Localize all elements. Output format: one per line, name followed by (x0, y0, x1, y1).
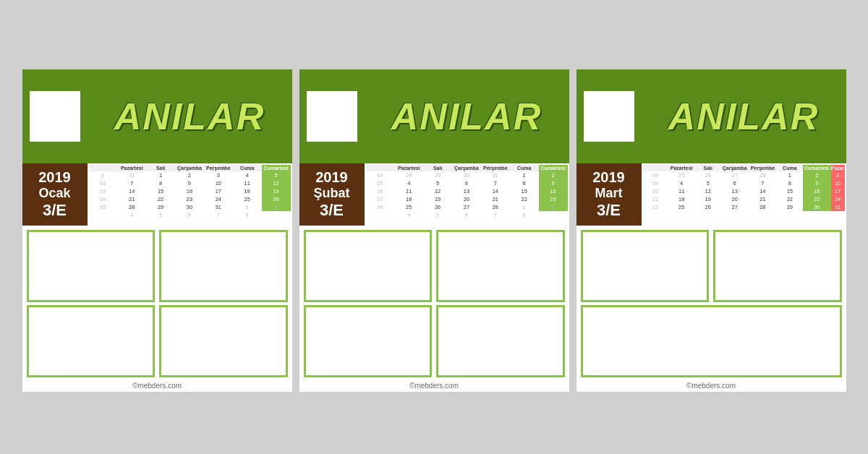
calendar-mart: 2019 Mart 3/E Pazartesi Salı Çarşamba Pe… (576, 163, 846, 226)
col-cts: Cumartesi (539, 165, 568, 171)
page-subat: ANILAR 2019 Şubat 3/E Pazartesi Salı Çar… (299, 69, 570, 393)
cal-grid-ocak: Pazartesi Salı Çarşamba Perşembe Cuma Cu… (88, 163, 292, 226)
col-cts: Cumartesi (262, 165, 291, 171)
header-right-subat: ANILAR (365, 69, 569, 163)
table-row: 08 25 26 27 28 1 2 3 (643, 171, 845, 179)
header-ocak: ANILAR (22, 69, 292, 163)
cal-grid-subat: Pazartesi Salı Çarşamba Perşembe Cuma Cu… (365, 163, 569, 226)
photo-frame-10 (713, 230, 842, 302)
col-sal: Salı (695, 165, 720, 171)
cal-year-ocak: 2019 (38, 169, 71, 186)
page-mart: ANILAR 2019 Mart 3/E Pazartesi Salı Çarş… (576, 69, 847, 393)
footer-subat: ©mebders.com (299, 380, 569, 392)
table-row: 06 11 12 13 14 15 16 (366, 187, 568, 195)
cal-year-subat: 2019 (315, 169, 348, 186)
col-car: Çarşamba (452, 165, 481, 171)
photo-frame-2 (159, 230, 288, 302)
header-right-ocak: ANILAR (88, 69, 292, 163)
photo-grid-bottom-mart (576, 304, 846, 380)
photo-frame-3 (27, 305, 156, 377)
table-row: 11 18 19 20 21 22 23 24 (643, 195, 845, 203)
cal-info-mart: 2019 Mart 3/E (576, 163, 642, 226)
table-row: 02 7 8 9 10 11 12 (89, 179, 291, 187)
table-row: 05 28 29 30 31 1 2 (89, 203, 291, 211)
header-right-mart: ANILAR (642, 69, 846, 163)
photo-frame-9 (581, 230, 710, 302)
photo-frame-5 (304, 230, 433, 302)
anilar-title-subat: ANILAR (391, 95, 542, 138)
cal-class-mart: 3/E (597, 201, 621, 220)
table-row: 09 4 5 6 7 8 9 10 (643, 179, 845, 187)
col-car: Çarşamba (720, 165, 749, 171)
cal-month-mart: Mart (595, 186, 622, 201)
cal-month-subat: Şubat (313, 186, 349, 201)
header-left-mart (576, 69, 642, 163)
table-row: 4 5 6 7 8 (89, 211, 291, 219)
col-pzt: Pazartesi (668, 165, 695, 171)
footer-mart: ©mebders.com (576, 380, 846, 392)
week-num: p (89, 171, 118, 179)
table-row: 07 18 19 20 21 22 23 (366, 195, 568, 203)
cal-info-ocak: 2019 Ocak 3/E (22, 163, 88, 226)
anilar-title-mart: ANILAR (668, 95, 819, 138)
col-per: Perşembe (204, 165, 233, 171)
photo-grid-top-ocak (22, 226, 292, 304)
photo-frame-8 (436, 305, 565, 377)
photo-frame-4 (159, 305, 288, 377)
header-left-ocak (22, 69, 88, 163)
cal-month-ocak: Ocak (38, 186, 70, 201)
cal-class-ocak: 3/E (43, 201, 67, 220)
header-photo-subat (307, 91, 357, 142)
photo-frame-7 (304, 305, 433, 377)
col-per: Perşembe (481, 165, 510, 171)
table-row: 12 25 26 27 28 29 30 31 (643, 203, 845, 211)
calendar-subat: 2019 Şubat 3/E Pazartesi Salı Çarşamba P… (299, 163, 569, 226)
photo-frame-6 (436, 230, 565, 302)
photo-grid-top-mart (576, 226, 846, 304)
col-paz: Pazar (831, 165, 845, 171)
col-cum: Cuma (233, 165, 262, 171)
col-wk (89, 165, 118, 171)
calendar-ocak: 2019 Ocak 3/E Pazartesi Salı Çarşamba Pe… (22, 163, 292, 226)
page-ocak: ANILAR 2019 Ocak 3/E Pazartesi Salı Çarş… (22, 69, 293, 393)
header-photo-mart (584, 91, 634, 142)
col-sal: Salı (423, 165, 452, 171)
table-row: 03 14 15 16 17 18 19 (89, 187, 291, 195)
photo-grid-bottom-subat (299, 304, 569, 380)
col-cum: Cuma (777, 165, 803, 171)
col-pzt: Pazartesi (117, 165, 146, 171)
cal-info-subat: 2019 Şubat 3/E (299, 163, 365, 226)
col-cum: Cuma (510, 165, 539, 171)
photo-grid-bottom-ocak (22, 304, 292, 380)
header-subat: ANILAR (299, 69, 569, 163)
cal-year-mart: 2019 (592, 169, 625, 186)
photo-frame-11 (581, 305, 842, 377)
table-row: 04 28 29 30 31 1 2 (366, 171, 568, 179)
header-mart: ANILAR (576, 69, 846, 163)
col-car: Çarşamba (175, 165, 204, 171)
table-row: 05 4 5 6 7 8 9 (366, 179, 568, 187)
col-wk (643, 165, 668, 171)
photo-grid-top-subat (299, 226, 569, 304)
header-photo-ocak (30, 91, 80, 142)
pages-container: ANILAR 2019 Ocak 3/E Pazartesi Salı Çarş… (14, 61, 854, 393)
table-row: 08 25 26 27 28 1 2 (366, 203, 568, 211)
col-wk (366, 165, 395, 171)
photo-frame-1 (27, 230, 156, 302)
table-row: p 31 1 2 3 4 5 (89, 171, 291, 179)
anilar-title-ocak: ANILAR (114, 95, 265, 138)
table-row: 10 11 12 13 14 15 16 17 (643, 187, 845, 195)
cal-grid-mart: Pazartesi Salı Çarşamba Perşembe Cuma Cu… (642, 163, 846, 226)
table-row: 04 21 22 23 24 25 26 (89, 195, 291, 203)
col-per: Perşembe (749, 165, 777, 171)
col-sal: Salı (146, 165, 175, 171)
col-pzt: Pazartesi (394, 165, 423, 171)
footer-ocak: ©mebders.com (22, 380, 292, 392)
col-cts: Cumartesi (803, 165, 831, 171)
header-left-subat (299, 69, 365, 163)
cal-class-subat: 3/E (320, 201, 344, 220)
table-row: 4 5 6 7 8 (366, 211, 568, 219)
